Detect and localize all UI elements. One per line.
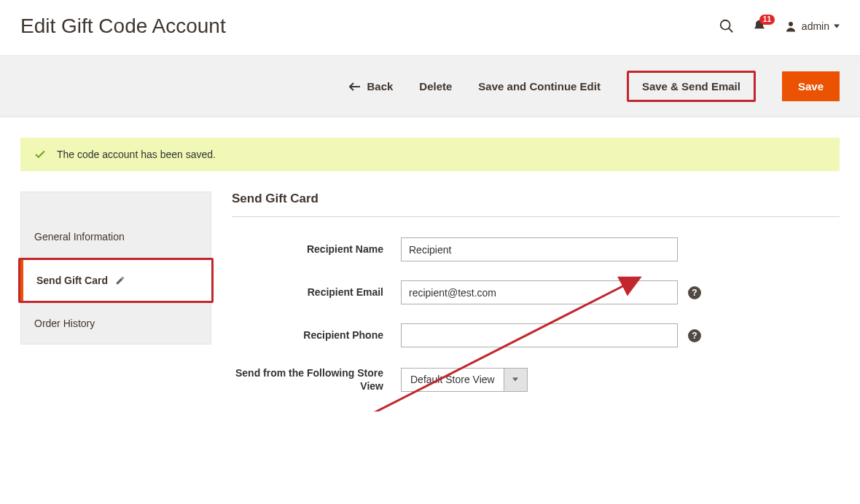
sidebar-header	[20, 192, 211, 216]
page-title: Edit Gift Code Account	[20, 15, 719, 38]
notifications-badge: 11	[759, 15, 775, 25]
save-button[interactable]: Save	[782, 71, 840, 101]
select-store-view[interactable]: Default Store View	[401, 368, 528, 392]
sidebar-item-send-gift-card[interactable]: Send Gift Card	[18, 258, 214, 303]
admin-account-dropdown[interactable]: admin	[784, 20, 840, 33]
input-recipient-phone[interactable]	[401, 323, 678, 347]
user-icon	[784, 20, 797, 33]
arrow-left-icon	[349, 82, 361, 91]
admin-username: admin	[802, 20, 829, 32]
sidebar-item-general[interactable]: General Information	[20, 216, 211, 258]
help-icon[interactable]: ?	[688, 286, 701, 299]
label-recipient-name: Recipient Name	[232, 243, 401, 256]
field-store-view: Send from the Following Store View Defau…	[232, 366, 840, 393]
sidebar-item-order-history[interactable]: Order History	[20, 303, 211, 344]
success-text: The code account has been saved.	[57, 149, 216, 160]
field-recipient-email: Recipient Email ?	[232, 280, 840, 304]
save-send-email-button[interactable]: Save & Send Email	[627, 71, 756, 102]
form-panel: Send Gift Card Recipient Name Recipient …	[232, 192, 840, 412]
action-bar: Back Delete Save and Continue Edit Save …	[0, 55, 860, 117]
field-recipient-phone: Recipient Phone ?	[232, 323, 840, 347]
label-store-view: Send from the Following Store View	[232, 366, 401, 393]
sidebar: General Information Send Gift Card Order…	[20, 192, 211, 412]
notifications-icon[interactable]: 11	[752, 19, 767, 34]
input-recipient-name[interactable]	[401, 237, 678, 261]
label-recipient-phone: Recipient Phone	[232, 328, 401, 342]
chevron-down-icon[interactable]	[504, 368, 528, 392]
delete-button[interactable]: Delete	[419, 80, 452, 92]
input-recipient-email[interactable]	[401, 280, 678, 304]
search-icon[interactable]	[719, 18, 735, 34]
field-recipient-name: Recipient Name	[232, 237, 840, 261]
page-header: Edit Gift Code Account 11 admin	[0, 0, 860, 55]
label-recipient-email: Recipient Email	[232, 286, 401, 299]
svg-point-0	[721, 20, 730, 30]
svg-point-2	[789, 22, 793, 26]
check-icon	[34, 148, 47, 161]
help-icon[interactable]: ?	[688, 329, 701, 342]
section-title: Send Gift Card	[232, 192, 840, 217]
pencil-icon	[115, 275, 125, 286]
save-continue-button[interactable]: Save and Continue Edit	[478, 80, 601, 92]
header-actions: 11 admin	[719, 18, 840, 34]
svg-line-1	[729, 28, 733, 33]
success-message: The code account has been saved.	[20, 138, 840, 171]
chevron-down-icon	[834, 23, 840, 29]
content-area: General Information Send Gift Card Order…	[20, 192, 840, 412]
back-button[interactable]: Back	[349, 80, 393, 92]
